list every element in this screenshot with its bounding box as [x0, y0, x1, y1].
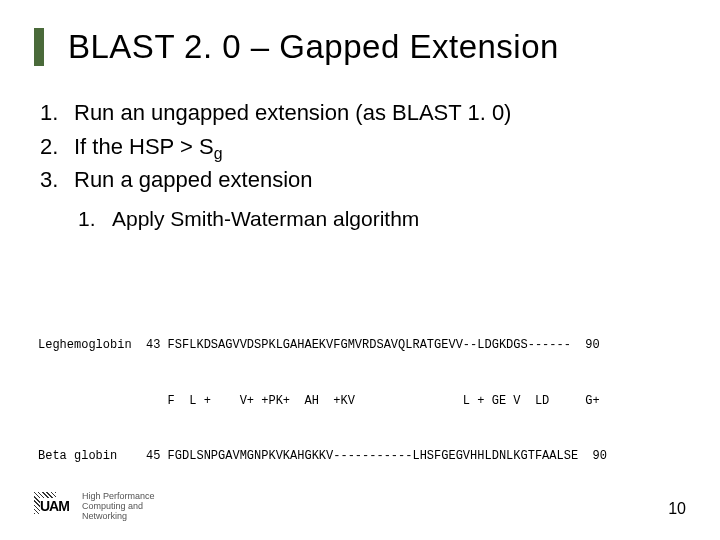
alignment-line: Beta globin 45 FGDLSNPGAVMGNPKVKAHGKKV--…	[38, 447, 686, 466]
logo-text: High Performance Computing and Networkin…	[82, 492, 155, 522]
sub-list: Apply Smith-Waterman algorithm	[78, 205, 686, 233]
sub-list-item-1: Apply Smith-Waterman algorithm	[78, 205, 686, 233]
logo-letters: UAM	[40, 498, 69, 514]
page-number: 10	[668, 500, 686, 518]
subscript-g: g	[214, 145, 223, 162]
main-list: Run an ungapped extension (as BLAST 1. 0…	[40, 98, 686, 195]
slide: BLAST 2. 0 – Gapped Extension Run an ung…	[0, 0, 720, 540]
alignment-line: F L + V+ +PK+ AH +KV L + GE V LD G+	[38, 392, 686, 411]
list-item-3: Run a gapped extension	[40, 165, 686, 195]
list-item-2-text: If the HSP > S	[74, 134, 214, 159]
list-item-1: Run an ungapped extension (as BLAST 1. 0…	[40, 98, 686, 128]
list-item-2: If the HSP > Sg	[40, 132, 686, 162]
slide-title: BLAST 2. 0 – Gapped Extension	[68, 28, 686, 66]
logo-line-3: Networking	[82, 512, 155, 522]
alignment-line: Leghemoglobin 43 FSFLKDSAGVVDSPKLGAHAEKV…	[38, 336, 686, 355]
alignment-group-1: Leghemoglobin 43 FSFLKDSAGVVDSPKLGAHAEKV…	[38, 299, 686, 504]
title-area: BLAST 2. 0 – Gapped Extension	[34, 28, 686, 66]
logo-icon: UAM	[34, 492, 74, 522]
footer-logo: UAM High Performance Computing and Netwo…	[34, 492, 155, 522]
